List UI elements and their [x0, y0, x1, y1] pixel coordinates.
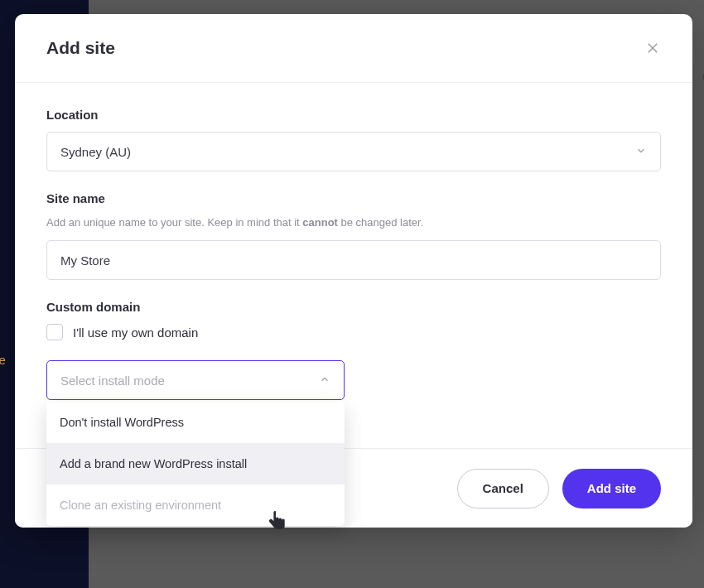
- background-text-left: se: [0, 353, 7, 367]
- install-mode-dropdown: Don't install WordPress Add a brand new …: [46, 402, 345, 526]
- own-domain-row[interactable]: I'll use my own domain: [46, 324, 661, 340]
- install-mode-field: Select install mode Don't install WordPr…: [46, 360, 345, 400]
- modal-header: Add site: [15, 14, 692, 83]
- modal-title: Add site: [46, 38, 115, 58]
- location-value: Sydney (AU): [60, 145, 131, 159]
- modal-body: Location Sydney (AU) Site name Add an un…: [15, 83, 692, 408]
- site-name-field: Site name Add an unique name to your sit…: [46, 191, 661, 280]
- chevron-down-icon: [635, 145, 647, 159]
- install-mode-placeholder: Select install mode: [60, 374, 165, 388]
- install-option-clone[interactable]: Clone an existing environment: [46, 484, 345, 526]
- custom-domain-label: Custom domain: [46, 300, 661, 314]
- own-domain-checkbox[interactable]: [46, 324, 63, 340]
- cancel-button[interactable]: Cancel: [457, 469, 549, 508]
- add-site-modal: Add site Location Sydney (AU) Site name …: [15, 14, 692, 528]
- site-name-input[interactable]: [46, 240, 661, 280]
- location-label: Location: [46, 108, 661, 122]
- add-site-button[interactable]: Add site: [562, 469, 661, 508]
- site-name-helper: Add an unique name to your site. Keep in…: [46, 215, 661, 230]
- site-name-label: Site name: [46, 191, 661, 205]
- install-option-none[interactable]: Don't install WordPress: [46, 402, 345, 443]
- own-domain-checkbox-label: I'll use my own domain: [73, 325, 198, 340]
- install-mode-select[interactable]: Select install mode: [46, 360, 345, 400]
- chevron-up-icon: [319, 374, 330, 388]
- cursor-pointer-icon: [268, 509, 287, 531]
- custom-domain-field: Custom domain I'll use my own domain: [46, 300, 661, 340]
- install-option-new-wordpress[interactable]: Add a brand new WordPress install: [46, 443, 345, 484]
- close-icon: [645, 41, 660, 55]
- location-field: Location Sydney (AU): [46, 108, 661, 171]
- location-select[interactable]: Sydney (AU): [46, 132, 661, 171]
- close-button[interactable]: [641, 36, 664, 60]
